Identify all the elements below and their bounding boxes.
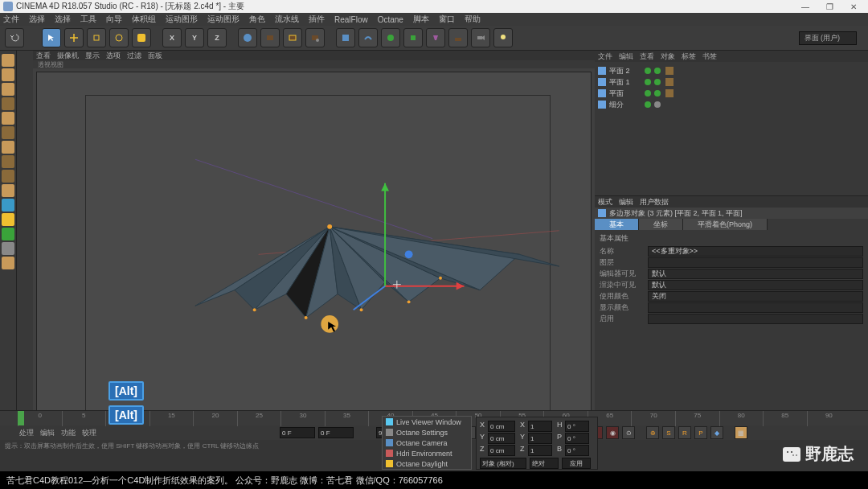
objtab-标签[interactable]: 标签 <box>682 51 696 62</box>
popup-item[interactable]: Octane Daylight <box>383 458 471 469</box>
left-tool-9[interactable] <box>2 184 14 197</box>
attr-value[interactable]: <<多重对象>> <box>648 246 863 257</box>
menu-运动图形[interactable]: 运动图形 <box>207 14 240 25</box>
menu-体积组[interactable]: 体积组 <box>132 14 156 25</box>
attr-value[interactable]: 默认 <box>648 280 863 290</box>
maximize-button[interactable]: ❐ <box>818 1 841 12</box>
visibility-dot[interactable] <box>654 90 661 97</box>
phong-tag[interactable] <box>665 78 674 86</box>
left-tool-11[interactable] <box>2 213 14 226</box>
objtab-编辑[interactable]: 编辑 <box>619 51 633 62</box>
render-view-button[interactable] <box>260 28 280 47</box>
coord-apply[interactable]: 应用 <box>562 458 591 469</box>
light-button[interactable] <box>493 28 513 47</box>
left-tool-12[interactable] <box>2 228 14 240</box>
attr-value[interactable] <box>648 314 863 324</box>
attr-value[interactable]: 默认 <box>648 269 863 279</box>
menu-运动图形[interactable]: 运动图形 <box>166 14 198 25</box>
coord-abs[interactable]: 绝对 <box>530 458 559 469</box>
menu-脚本[interactable]: 脚本 <box>413 14 429 25</box>
visibility-dot[interactable] <box>645 68 651 74</box>
key-pos-button[interactable]: ⊕ <box>646 426 659 439</box>
menu-窗口[interactable]: 窗口 <box>439 14 455 25</box>
objtab-书签[interactable]: 书签 <box>702 51 717 62</box>
objtab-对象[interactable]: 对象 <box>661 51 675 62</box>
scale-button[interactable] <box>87 28 106 47</box>
coordinate-panel[interactable]: X0 cm X1 H0 ° Y0 cm Y1 P0 ° Z0 cm Z1 B0 … <box>476 417 598 470</box>
left-tool-14[interactable] <box>2 257 14 269</box>
visibility-dot[interactable] <box>645 101 651 108</box>
tree-row[interactable]: 平面 2 <box>598 65 865 76</box>
key-opts-button[interactable]: ▦ <box>735 426 747 439</box>
attrhead-模式[interactable]: 模式 <box>598 197 612 208</box>
x-axis-button[interactable]: X <box>162 28 182 47</box>
ctrltab-处理[interactable]: 处理 <box>19 428 34 438</box>
nurbs-button[interactable] <box>381 28 400 47</box>
minimize-button[interactable]: — <box>794 1 817 12</box>
ctrltab-编辑[interactable]: 编辑 <box>40 428 55 438</box>
attrhead-用户数据[interactable]: 用户数据 <box>640 197 669 208</box>
attr-value[interactable] <box>648 302 863 313</box>
popup-item[interactable]: Octane Settings <box>383 427 471 438</box>
attrtab-2[interactable]: 平滑着色(Phong) <box>683 219 768 230</box>
left-tool-10[interactable] <box>2 199 14 212</box>
menu-Octane[interactable]: Octane <box>378 15 403 24</box>
menu-文件[interactable]: 文件 <box>3 14 19 25</box>
object-tree[interactable]: 平面 2平面 1平面细分 <box>595 62 868 196</box>
attrtab-1[interactable]: 坐标 <box>639 219 683 230</box>
left-tool-13[interactable] <box>2 242 14 255</box>
close-button[interactable]: ✕ <box>842 1 865 12</box>
recent-button[interactable] <box>132 28 151 47</box>
timeline-marker[interactable] <box>18 411 24 425</box>
deformer-button[interactable] <box>426 28 445 47</box>
left-tool-5[interactable] <box>2 126 14 139</box>
menu-流水线[interactable]: 流水线 <box>275 14 299 25</box>
vptab-面板[interactable]: 面板 <box>148 51 162 61</box>
objtab-查看[interactable]: 查看 <box>640 51 654 62</box>
key-param-button[interactable]: P <box>694 426 707 439</box>
coord-mode[interactable]: 对象 (相对) <box>480 458 526 469</box>
render-region-button[interactable] <box>283 28 302 47</box>
visibility-dot[interactable] <box>654 79 661 85</box>
attrtab-0[interactable]: 基本 <box>595 219 639 230</box>
environment-button[interactable] <box>448 28 468 47</box>
move-button[interactable] <box>64 28 84 47</box>
left-tool-4[interactable] <box>2 112 14 125</box>
octane-popup[interactable]: Live Viewer WindowOctane SettingsOctane … <box>382 416 472 470</box>
y-axis-button[interactable]: Y <box>185 28 204 47</box>
vptab-摄像机[interactable]: 摄像机 <box>57 51 79 61</box>
layout-dropdown[interactable]: 界面 (用户) <box>799 31 858 45</box>
popup-item[interactable]: Live Viewer Window <box>383 417 471 427</box>
generator-button[interactable] <box>403 28 423 47</box>
popup-item[interactable]: Hdri Environment <box>383 448 471 458</box>
key-sel-button[interactable]: ⊙ <box>622 426 635 439</box>
menu-角色[interactable]: 角色 <box>249 14 265 25</box>
left-tool-1[interactable] <box>2 68 14 81</box>
menu-插件[interactable]: 插件 <box>309 14 325 25</box>
undo-button[interactable] <box>5 28 24 47</box>
attr-value[interactable]: 关闭 <box>648 291 863 302</box>
vptab-显示[interactable]: 显示 <box>85 51 100 61</box>
frame-start[interactable]: 0 F <box>280 427 315 438</box>
render-settings-button[interactable] <box>305 28 325 47</box>
left-tool-8[interactable] <box>2 170 14 183</box>
menu-选择[interactable]: 选择 <box>29 14 45 25</box>
z-axis-button[interactable]: Z <box>207 28 227 47</box>
key-scale-button[interactable]: S <box>662 426 675 439</box>
menu-选择[interactable]: 选择 <box>55 14 71 25</box>
left-tool-0[interactable] <box>2 54 14 67</box>
tree-row[interactable]: 平面 1 <box>598 76 865 88</box>
phong-tag[interactable] <box>665 67 674 75</box>
left-tool-2[interactable] <box>2 83 14 96</box>
cube-button[interactable] <box>336 28 355 47</box>
ctrltab-较理[interactable]: 较理 <box>82 428 96 438</box>
visibility-dot[interactable] <box>654 101 661 108</box>
autokey-button[interactable]: ◉ <box>606 426 619 439</box>
key-rot-button[interactable]: R <box>678 426 691 439</box>
menu-帮助[interactable]: 帮助 <box>465 14 481 25</box>
frame-current[interactable]: 0 F <box>318 427 354 438</box>
left-tool-3[interactable] <box>2 97 14 110</box>
spline-button[interactable] <box>358 28 378 47</box>
vptab-查看[interactable]: 查看 <box>36 51 51 61</box>
vptab-选项[interactable]: 选项 <box>106 51 121 61</box>
